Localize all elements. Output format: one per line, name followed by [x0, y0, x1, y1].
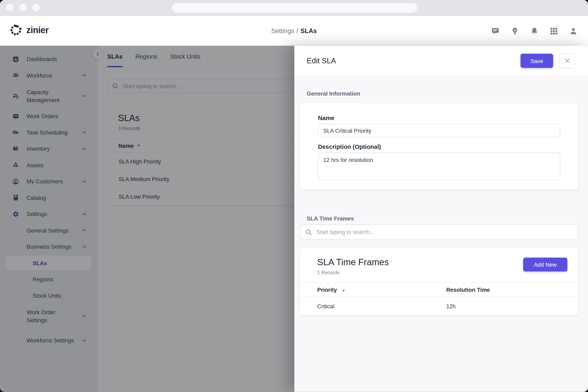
brand-logo[interactable]: zinier	[10, 23, 48, 37]
section-label-general-information: General Information	[307, 76, 578, 97]
lightbulb-icon[interactable]	[511, 27, 519, 35]
panel-body: General Information Name Description (Op…	[294, 76, 588, 316]
column-header-priority[interactable]: Priority	[317, 286, 446, 292]
save-button[interactable]: Save	[520, 54, 553, 68]
panel-header: Edit SLA Save	[294, 46, 588, 76]
comment-icon[interactable]	[491, 27, 500, 35]
apps-grid-icon[interactable]	[550, 27, 558, 35]
browser-window: zinier Settings / SLAs	[0, 0, 588, 392]
edit-sla-panel: Edit SLA Save General Information Name D…	[294, 46, 588, 392]
traffic-light-minimize[interactable]	[19, 4, 27, 11]
search-icon	[306, 229, 312, 235]
user-icon[interactable]	[569, 27, 578, 35]
cell-priority: Critical	[317, 303, 446, 309]
breadcrumb-separator: /	[296, 27, 298, 35]
table-row[interactable]: Critical 12h	[300, 297, 578, 316]
panel-title: Edit SLA	[307, 56, 520, 65]
name-label: Name	[318, 115, 560, 122]
general-information-card: Name Description (Optional) 12 hrs for r…	[300, 103, 578, 190]
close-icon	[564, 57, 571, 64]
column-header-resolution-time: Resolution Time	[446, 286, 578, 292]
breadcrumb-section[interactable]: Settings	[271, 27, 294, 35]
add-new-button[interactable]: Add New	[523, 258, 568, 272]
cell-resolution-time: 12h	[446, 303, 578, 309]
description-label: Description (Optional)	[318, 144, 560, 150]
logo-mark-icon	[10, 23, 23, 37]
time-frames-card: SLA Time Frames 1 Records Add New Priori…	[300, 248, 578, 316]
column-header-label: Priority	[317, 286, 337, 292]
column-header-label: Resolution Time	[446, 286, 490, 292]
url-bar[interactable]	[172, 3, 417, 13]
window-titlebar	[0, 0, 588, 16]
traffic-light-zoom[interactable]	[32, 4, 40, 11]
sort-desc-icon	[342, 290, 345, 292]
close-button[interactable]	[560, 53, 575, 68]
time-frames-card-header: SLA Time Frames 1 Records Add New	[300, 248, 578, 283]
traffic-light-close[interactable]	[6, 4, 14, 11]
time-frames-search	[300, 224, 578, 239]
app-header: zinier Settings / SLAs	[0, 16, 588, 46]
name-input[interactable]	[318, 124, 560, 137]
modal-scrim	[0, 46, 294, 392]
logo-text: zinier	[26, 25, 49, 35]
section-label-sla-time-frames: SLA Time Frames	[307, 215, 578, 222]
time-frames-search-input[interactable]	[316, 228, 573, 236]
breadcrumb-current: SLAs	[300, 27, 317, 35]
breadcrumb: Settings / SLAs	[271, 16, 317, 46]
bell-icon[interactable]	[530, 27, 538, 35]
time-frames-column-headers: Priority Resolution Time	[300, 283, 578, 297]
header-actions	[491, 16, 578, 46]
description-textarea[interactable]: 12 hrs for resolution	[318, 153, 560, 180]
